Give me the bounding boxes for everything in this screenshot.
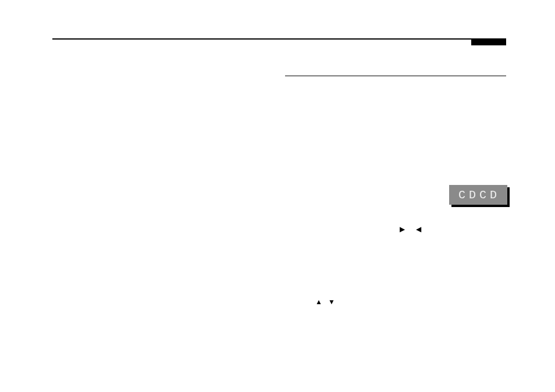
triangle-right-icon: ▶ (400, 226, 405, 233)
lcd-display: CDCD (449, 185, 507, 205)
top-black-tab (471, 38, 506, 45)
manual-page: CDCD ▶ ◀ ▲ ▼ (0, 0, 555, 392)
right-column-heading-underline (285, 76, 506, 76)
triangle-up-icon: ▲ (315, 298, 322, 305)
lcd-text: CDCD (458, 188, 500, 202)
triangle-left-icon: ◀ (416, 226, 421, 233)
triangle-down-icon: ▼ (328, 298, 335, 305)
top-horizontal-rule (52, 38, 506, 40)
